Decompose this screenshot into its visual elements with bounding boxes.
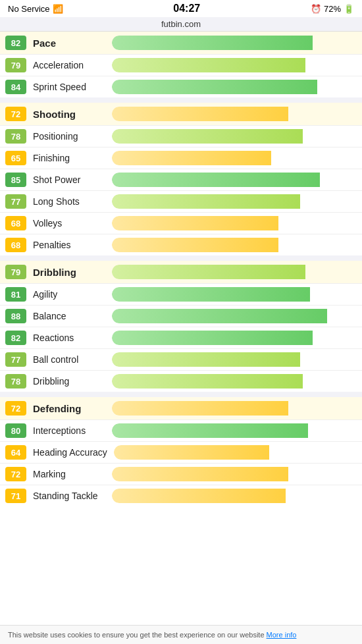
status-left: No Service 📶 <box>8 4 63 14</box>
stat-label-dribbling-0: Agility <box>33 289 105 300</box>
stat-bar-bg-defending-3 <box>112 489 357 503</box>
category-bar-fill-defending <box>112 401 288 416</box>
stat-row-defending-3: 71 Standing Tackle <box>0 485 362 506</box>
stat-label-shooting-3: Long Shots <box>33 196 105 207</box>
cookie-more-info-link[interactable]: More info <box>267 631 297 639</box>
category-score-pace: 82 <box>5 36 26 50</box>
stat-bar-wrap-shooting-2 <box>112 173 357 187</box>
stat-bar-wrap-dribbling-2 <box>112 331 357 345</box>
stat-row-shooting-3: 77 Long Shots <box>0 190 362 212</box>
category-bar-bg-shooting <box>112 107 357 121</box>
battery-icon: 🔋 <box>344 4 354 14</box>
category-row-defending: 72 Defending <box>0 397 362 419</box>
stat-bar-wrap-defending-2 <box>112 467 357 481</box>
stat-bar-fill-shooting-4 <box>112 216 278 230</box>
stat-row-defending-2: 72 Marking <box>0 463 362 485</box>
category-row-dribbling: 79 Dribbling <box>0 261 362 283</box>
stat-bar-bg-defending-2 <box>112 467 357 481</box>
stat-label-pace-0: Acceleration <box>33 60 105 70</box>
category-row-pace: 82 Pace <box>0 32 362 54</box>
stat-bar-bg-defending-1 <box>114 445 357 460</box>
stat-bar-fill-dribbling-3 <box>112 352 300 367</box>
category-bar-fill-dribbling <box>112 265 305 279</box>
stat-bar-fill-dribbling-4 <box>112 374 303 389</box>
category-bar-wrap-shooting <box>112 107 357 121</box>
stat-label-dribbling-2: Reactions <box>33 333 105 343</box>
stat-row-defending-0: 80 Interceptions <box>0 419 362 441</box>
category-row-shooting: 72 Shooting <box>0 103 362 125</box>
stat-label-shooting-5: Penalties <box>33 240 105 250</box>
stat-bar-fill-shooting-5 <box>112 238 278 252</box>
category-score-defending: 72 <box>5 401 26 416</box>
stat-bar-wrap-defending-0 <box>112 423 357 438</box>
stat-score-defending-2: 72 <box>5 467 26 481</box>
stat-label-defending-1: Heading Accuracy <box>33 447 107 458</box>
stat-score-defending-1: 64 <box>5 445 26 460</box>
stat-bar-fill-defending-2 <box>112 467 288 481</box>
stat-bar-fill-dribbling-0 <box>112 287 310 302</box>
status-right: ⏰ 72% 🔋 <box>311 4 354 14</box>
stat-bar-bg-shooting-0 <box>112 129 357 144</box>
stat-score-shooting-5: 68 <box>5 238 26 252</box>
stat-bar-wrap-pace-1 <box>112 80 357 94</box>
category-label-dribbling: Dribbling <box>33 267 105 278</box>
stat-score-pace-0: 79 <box>5 58 26 72</box>
stat-bar-bg-dribbling-1 <box>112 309 357 323</box>
stat-bar-wrap-shooting-5 <box>112 238 357 252</box>
stat-bar-wrap-defending-3 <box>112 489 357 503</box>
stat-score-shooting-3: 77 <box>5 194 26 209</box>
stat-label-shooting-2: Shot Power <box>33 174 105 185</box>
stat-label-pace-1: Sprint Speed <box>33 82 105 92</box>
stat-bar-wrap-pace-0 <box>112 58 357 72</box>
stat-score-dribbling-3: 77 <box>5 352 26 367</box>
stat-bar-wrap-defending-1 <box>114 445 357 460</box>
stat-score-shooting-0: 78 <box>5 129 26 144</box>
category-bar-bg-pace <box>112 36 357 50</box>
category-bar-fill-pace <box>112 36 313 50</box>
stat-row-dribbling-3: 77 Ball control <box>0 348 362 370</box>
cookie-text: This website uses cookies to ensure you … <box>8 631 296 639</box>
signal-text: No Service <box>8 4 50 14</box>
stat-bar-bg-defending-0 <box>112 423 357 438</box>
stat-bar-fill-dribbling-1 <box>112 309 327 323</box>
stat-row-dribbling-0: 81 Agility <box>0 283 362 305</box>
alarm-icon: ⏰ <box>311 4 321 14</box>
stat-bar-bg-pace-0 <box>112 58 357 72</box>
stat-bar-fill-shooting-3 <box>112 194 300 209</box>
category-label-defending: Defending <box>33 403 105 414</box>
stat-row-shooting-4: 68 Volleys <box>0 212 362 234</box>
stat-bar-bg-shooting-5 <box>112 238 357 252</box>
stat-label-defending-3: Standing Tackle <box>33 491 105 501</box>
stat-bar-bg-dribbling-2 <box>112 331 357 345</box>
stat-label-shooting-1: Finishing <box>33 153 105 163</box>
stat-label-dribbling-3: Ball control <box>33 354 105 365</box>
stat-bar-bg-shooting-3 <box>112 194 357 209</box>
stats-container: 82 Pace 79 Acceleration 84 Sprint Speed <box>0 32 362 506</box>
cookie-bar: This website uses cookies to ensure you … <box>0 625 362 644</box>
category-label-shooting: Shooting <box>33 109 105 120</box>
stat-bar-wrap-dribbling-1 <box>112 309 357 323</box>
stat-score-pace-1: 84 <box>5 80 26 94</box>
stat-row-dribbling-2: 82 Reactions <box>0 327 362 348</box>
stat-label-defending-0: Interceptions <box>33 425 105 436</box>
stat-score-dribbling-0: 81 <box>5 287 26 302</box>
stat-row-shooting-1: 65 Finishing <box>0 147 362 169</box>
stat-score-defending-0: 80 <box>5 423 26 438</box>
stat-bar-bg-dribbling-0 <box>112 287 357 302</box>
stat-row-shooting-5: 68 Penalties <box>0 234 362 255</box>
category-bar-fill-shooting <box>112 107 288 121</box>
stat-row-defending-1: 64 Heading Accuracy <box>0 441 362 463</box>
stat-bar-wrap-shooting-4 <box>112 216 357 230</box>
category-bar-wrap-pace <box>112 36 357 50</box>
category-bar-wrap-defending <box>112 401 357 416</box>
url-text: futbin.com <box>161 19 201 29</box>
category-score-shooting: 72 <box>5 107 26 121</box>
url-bar[interactable]: futbin.com <box>0 17 362 32</box>
stat-score-defending-3: 71 <box>5 489 26 503</box>
stat-score-dribbling-2: 82 <box>5 331 26 345</box>
category-label-pace: Pace <box>33 38 105 49</box>
stat-bar-fill-defending-1 <box>114 445 269 460</box>
stat-row-pace-1: 84 Sprint Speed <box>0 76 362 97</box>
stat-bar-fill-shooting-2 <box>112 173 320 187</box>
stat-bar-fill-dribbling-2 <box>112 331 313 345</box>
